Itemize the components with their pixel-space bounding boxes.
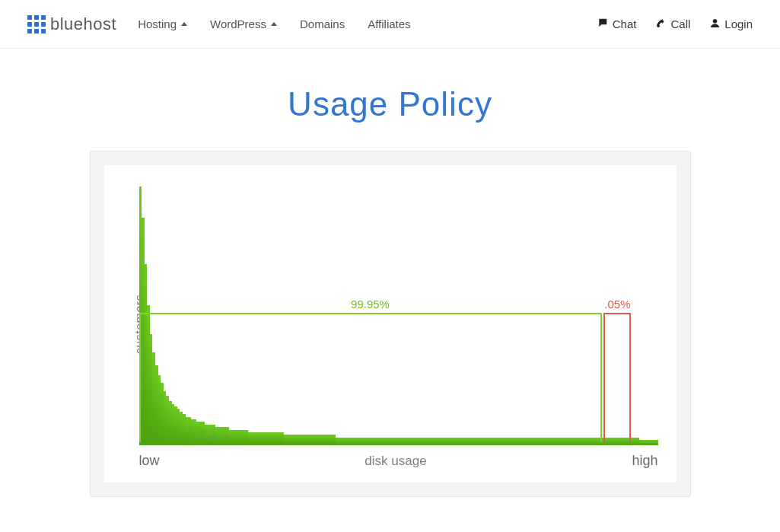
chart-bracket-tail-label: .05%	[604, 298, 630, 311]
usage-chart: customers 99.95% .05% low disk usage hig…	[104, 165, 677, 483]
user-icon	[710, 18, 720, 30]
chart-x-tick-high: high	[632, 453, 657, 469]
chart-bracket-majority: 99.95%	[139, 313, 602, 442]
grid-icon	[27, 15, 46, 33]
call-button[interactable]: Call	[656, 18, 690, 30]
svg-rect-5	[41, 22, 46, 27]
chart-bracket-tail: .05%	[603, 313, 631, 442]
usage-chart-card: customers 99.95% .05% low disk usage hig…	[90, 151, 691, 497]
phone-icon	[656, 18, 666, 30]
chart-bracket-majority-label: 99.95%	[351, 298, 390, 311]
nav-wordpress[interactable]: WordPress	[210, 18, 277, 30]
svg-rect-0	[27, 15, 32, 20]
nav-hosting[interactable]: Hosting	[138, 18, 187, 30]
chart-bar	[656, 440, 659, 445]
top-navbar: bluehost Hosting WordPress Domains Affil…	[0, 0, 780, 49]
call-label: Call	[670, 18, 690, 30]
svg-point-9	[713, 19, 717, 23]
chat-icon	[597, 18, 608, 30]
chart-x-axis-label: disk usage	[365, 454, 426, 469]
primary-nav: Hosting WordPress Domains Affiliates	[138, 18, 410, 30]
nav-hosting-label: Hosting	[138, 18, 177, 30]
svg-rect-6	[27, 29, 32, 33]
svg-rect-7	[34, 29, 39, 33]
svg-rect-3	[27, 22, 32, 27]
page-title: Usage Policy	[27, 85, 753, 123]
chart-plot-area: 99.95% .05%	[139, 186, 658, 445]
chart-x-tick-low: low	[139, 453, 160, 469]
login-label: Login	[724, 18, 753, 30]
utility-nav: Chat Call Login	[597, 18, 753, 30]
svg-rect-1	[34, 15, 39, 20]
login-button[interactable]: Login	[710, 18, 753, 30]
caret-up-icon	[181, 22, 187, 26]
nav-affiliates[interactable]: Affiliates	[368, 18, 410, 30]
brand-logo[interactable]: bluehost	[27, 14, 116, 34]
svg-rect-4	[34, 22, 39, 27]
chat-button[interactable]: Chat	[597, 18, 637, 30]
svg-rect-2	[41, 15, 46, 20]
nav-domains[interactable]: Domains	[300, 18, 345, 30]
nav-wordpress-label: WordPress	[210, 18, 266, 30]
chat-label: Chat	[613, 18, 637, 30]
caret-up-icon	[271, 22, 277, 26]
chart-x-axis: low disk usage high	[139, 453, 658, 469]
page-content: Usage Policy customers 99.95% .05% low d…	[0, 49, 780, 497]
brand-name: bluehost	[50, 14, 116, 34]
svg-rect-8	[41, 29, 46, 33]
